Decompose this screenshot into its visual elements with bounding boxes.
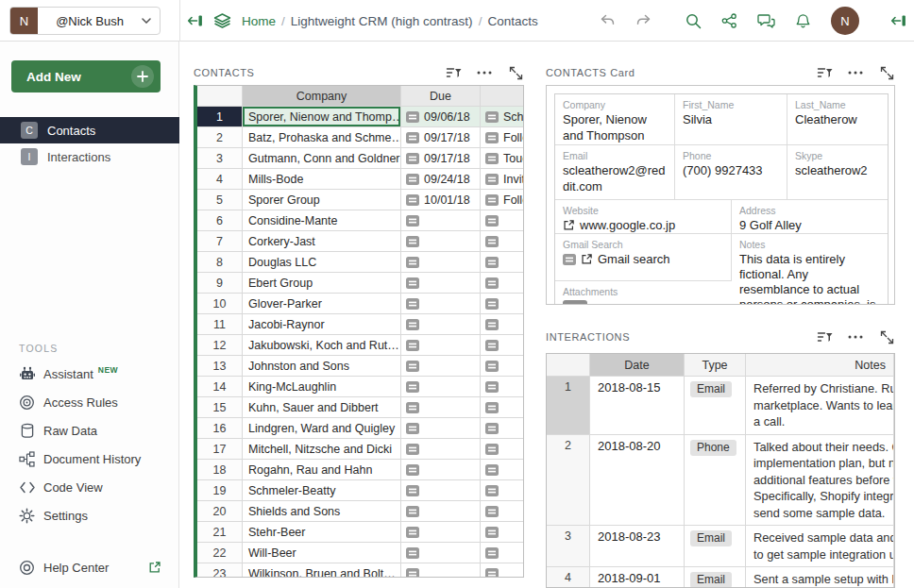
row-number-cell[interactable]: 4 [547,567,590,588]
sort-filter-icon[interactable] [816,65,833,80]
contact-table-row[interactable]: 16 Lindgren, Ward and Quigley [197,418,524,439]
next-step-cell[interactable] [481,563,524,578]
company-cell[interactable]: Jacobi-Raynor [243,314,401,335]
due-cell[interactable] [401,522,481,543]
next-step-cell[interactable] [481,377,524,397]
layers-icon[interactable] [213,13,231,28]
due-cell[interactable] [401,563,481,578]
field-notes[interactable]: Notes This data is entirely fictional. A… [732,234,888,305]
company-cell[interactable]: Schmeler-Beatty [243,480,401,501]
expand-panel-icon[interactable] [878,65,895,80]
breadcrumb-document[interactable]: Lightweight CRM (high contrast) [291,14,473,28]
due-cell[interactable] [401,294,481,314]
company-cell[interactable]: Corkery-Jast [243,231,401,252]
due-cell[interactable] [401,439,481,460]
contact-table-row[interactable]: 22 Will-Beer [197,543,524,563]
next-step-cell[interactable] [481,460,524,480]
due-cell[interactable] [401,480,481,501]
contacts-card-panel[interactable]: Company Sporer, Nienow and Thompson Firs… [546,85,895,305]
website-link[interactable]: www.google.co.jp [580,218,675,232]
tool-item-raw-data[interactable]: Raw Data [0,416,179,445]
next-step-cell[interactable] [481,335,524,356]
sidebar-item-interactions[interactable]: I Interactions [0,143,179,170]
due-cell[interactable] [401,210,481,231]
notes-cell[interactable]: Sent a sample setup with beintegration. … [746,567,894,588]
company-cell[interactable]: Rogahn, Rau and Hahn [243,460,401,480]
external-link-icon[interactable] [581,253,593,265]
field-last-name[interactable]: Last_Name Cleatherow [787,94,888,145]
next-step-cell[interactable] [481,439,524,460]
tool-item-assistant[interactable]: Assistant NEW [0,360,179,388]
contact-table-row[interactable]: 2 Batz, Prohaska and Schme… 09/17/18 Fol… [197,127,524,148]
sort-filter-icon[interactable] [445,65,462,80]
row-number-cell[interactable]: 9 [197,273,243,294]
company-cell[interactable]: Lindgren, Ward and Quigley [243,418,401,439]
company-cell[interactable]: Kuhn, Sauer and Dibbert [243,397,401,418]
external-link-icon[interactable] [563,219,575,231]
due-cell[interactable]: 09/06/18 [401,107,481,127]
tool-item-document-history[interactable]: Document History [0,445,179,473]
column-header-company[interactable]: Company [243,86,401,107]
column-header-extra[interactable] [481,86,524,107]
contact-table-row[interactable]: 1 Sporer, Nienow and Thomp… 09/06/18 Sch… [197,107,524,127]
due-cell[interactable]: 09/17/18 [401,127,481,148]
search-icon[interactable] [686,13,702,29]
next-step-cell[interactable] [481,397,524,418]
contact-table-row[interactable]: 20 Shields and Sons [197,501,524,522]
contact-table-row[interactable]: 13 Johnston and Sons [197,356,524,377]
next-step-cell[interactable]: Sche [481,107,524,127]
row-number-cell[interactable]: 15 [197,397,243,418]
due-cell[interactable] [401,377,481,397]
type-cell[interactable]: Email [685,567,746,588]
company-cell[interactable]: Jakubowski, Koch and Rut… [243,335,401,356]
column-header-date[interactable]: Date [590,354,685,377]
due-cell[interactable]: 10/01/18 [401,190,481,210]
due-cell[interactable] [401,418,481,439]
row-number-cell[interactable]: 4 [197,169,243,190]
field-skype[interactable]: Skype scleatherow2 [787,145,888,200]
date-cell[interactable]: 2018-08-20 [590,435,685,527]
chat-icon[interactable] [757,13,775,28]
interaction-table-row[interactable]: 1 2018-08-15 Email Referred by Christian… [547,377,894,435]
add-new-button[interactable]: Add New [11,60,161,92]
row-number-cell[interactable]: 2 [547,435,590,527]
due-cell[interactable] [401,397,481,418]
contact-table-row[interactable]: 14 King-McLaughlin [197,377,524,397]
account-selector[interactable]: N @Nick Bush [9,7,161,35]
row-number-cell[interactable]: 19 [197,480,243,501]
field-company[interactable]: Company Sporer, Nienow and Thompson [555,94,675,145]
row-number-cell[interactable]: 7 [197,231,243,252]
field-first-name[interactable]: First_Name Silvia [675,94,787,145]
redo-icon[interactable] [635,13,652,28]
company-cell[interactable]: Ebert Group [243,273,401,294]
row-number-header[interactable] [197,86,243,107]
company-cell[interactable]: Batz, Prohaska and Schme… [243,127,401,148]
row-number-cell[interactable]: 21 [197,522,243,543]
next-step-cell[interactable] [481,252,524,273]
row-number-cell[interactable]: 18 [197,460,243,480]
due-cell[interactable] [401,501,481,522]
due-cell[interactable] [401,231,481,252]
tool-item-settings[interactable]: Settings [0,501,179,529]
company-cell[interactable]: Stehr-Beer [243,522,401,543]
company-cell[interactable]: Mills-Bode [243,169,401,190]
row-number-cell[interactable]: 10 [197,294,243,314]
due-cell[interactable] [401,314,481,335]
date-cell[interactable]: 2018-09-01 [590,567,685,588]
field-address[interactable]: Address 9 Golf Alley [732,200,888,234]
notes-cell[interactable]: Talked about their needs. Oimplementatio… [746,435,894,527]
row-number-cell[interactable]: 1 [547,377,590,435]
row-number-cell[interactable]: 14 [197,377,243,397]
company-cell[interactable]: Johnston and Sons [243,356,401,377]
panel-menu-dots-icon[interactable] [847,329,864,344]
row-number-cell[interactable]: 6 [197,210,243,231]
row-number-cell[interactable]: 20 [197,501,243,522]
due-cell[interactable] [401,252,481,273]
next-step-cell[interactable] [481,418,524,439]
company-cell[interactable]: Sporer, Nienow and Thomp… [243,107,401,127]
row-number-cell[interactable]: 2 [197,127,243,148]
interactions-table[interactable]: Date Type Notes 1 2018-08-15 Email Refer… [546,353,895,588]
date-cell[interactable]: 2018-08-23 [590,526,685,567]
row-number-cell[interactable]: 23 [197,563,243,578]
company-cell[interactable]: Gutmann, Conn and Goldner [243,148,401,169]
